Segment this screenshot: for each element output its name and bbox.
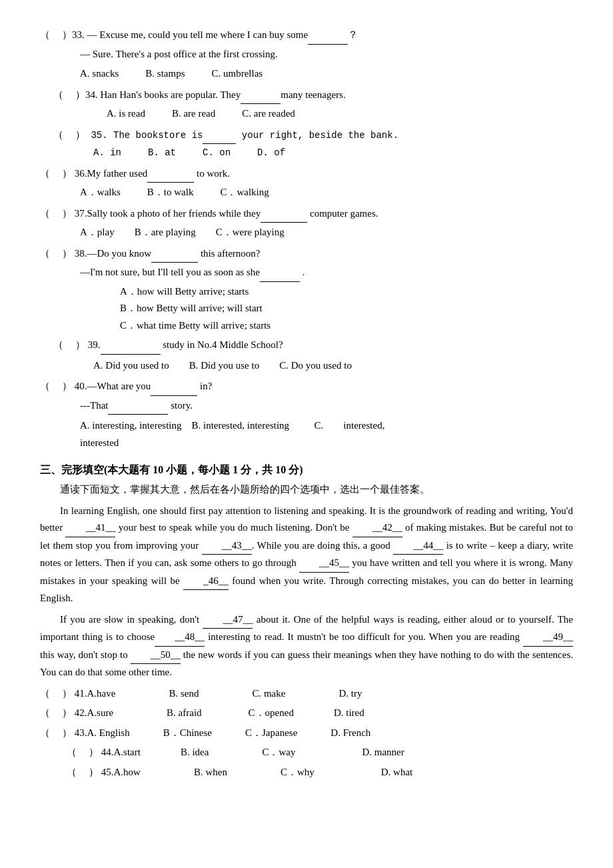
- q38-text2-after: .: [300, 264, 305, 281]
- q35-blank: [203, 127, 236, 145]
- q38-opt-b: B．how Betty will arrive; will start: [120, 300, 573, 317]
- question-43: （ ） 43.A. English B．Chinese C．Japanese D…: [40, 725, 573, 742]
- q39-opt-c: C. Do you used to: [279, 357, 352, 375]
- q41-opt-c: C. make: [252, 685, 285, 703]
- paren-open-44: （: [67, 744, 77, 761]
- q36-opt-a: A．walks: [80, 184, 121, 201]
- q39-options: A. Did you used to B. Did you use to C. …: [93, 357, 573, 375]
- question-44: （ ） 44.A.start B. idea C．way D. manner: [40, 744, 573, 761]
- paren-close-33: ）: [62, 27, 72, 44]
- section3-para1: In learning English, one should first pa…: [40, 503, 573, 607]
- q37-blank: [261, 205, 307, 223]
- q42-opt-b: B. afraid: [167, 705, 201, 722]
- question-37: （ ） 37.Sally took a photo of her friends…: [40, 205, 573, 241]
- paren-open-45: （: [67, 764, 77, 781]
- q38-text2: —I'm not sure, but I'll tell you as soon…: [80, 264, 260, 281]
- q43-opt-c: C．Japanese: [245, 725, 297, 742]
- q34-opt-a: A. is read: [107, 105, 145, 123]
- question-42: （ ） 42.A.sure B. afraid C．opened D. tire…: [40, 705, 573, 722]
- paren-close-44: ）: [89, 744, 99, 761]
- paren-close-45: ）: [89, 764, 99, 781]
- question-41: （ ） 41.A.have B. send C. make D. try: [40, 685, 573, 703]
- blank-49: __49__: [523, 629, 573, 647]
- q33-opt-a: A. snacks: [80, 65, 119, 83]
- paren-close-38: ）: [62, 245, 72, 263]
- paren-close-42: ）: [62, 705, 72, 722]
- paren-close-39: ）: [75, 337, 85, 354]
- blank-43: __43__: [202, 537, 252, 555]
- q33-opt-b: B. stamps: [145, 65, 185, 83]
- q37-opt-c: C．were playing: [216, 224, 285, 241]
- q35-options: A. in B. at C. on D. of: [93, 145, 573, 161]
- q38-opt-a: A．how will Betty arrive; starts: [120, 283, 573, 301]
- paren-open-37: （: [40, 205, 50, 223]
- q34-blank: [241, 87, 281, 105]
- q45-label: 45.A.how: [99, 764, 141, 781]
- q34-text: 34. Han Han's books are popular. They: [85, 87, 241, 104]
- q33-blank: [308, 27, 348, 45]
- paren-open-39: （: [53, 337, 63, 354]
- q40-blank1: [151, 378, 197, 396]
- paren-close-35: ）: [75, 127, 85, 144]
- blank-48: __48__: [155, 629, 205, 647]
- q34-opt-b: B. are read: [172, 105, 215, 123]
- answer-box-35: [63, 127, 75, 144]
- q35-opt-c: C. on: [203, 145, 231, 161]
- section3-desc: 通读下面短文，掌握其大意，然后在各小题所给的四个选项中，选出一个最佳答案。: [40, 481, 573, 499]
- answer-box-36: [50, 165, 62, 183]
- q42-opt-c: C．opened: [249, 705, 294, 722]
- q35-text-after: your right, beside the bank.: [236, 128, 398, 144]
- answer-box-44: [77, 744, 89, 761]
- paren-open-40: （: [40, 378, 50, 395]
- answer-box-41: [50, 685, 62, 703]
- q35-opt-b: B. at: [148, 145, 176, 161]
- answer-box-42: [50, 705, 62, 722]
- paren-open-41: （: [40, 685, 50, 703]
- q38-text1-after: this afternoon?: [198, 245, 260, 263]
- answer-box-38: [50, 245, 62, 263]
- q36-opt-c: C．walking: [220, 184, 269, 201]
- q45-opt-b: B. when: [194, 764, 227, 781]
- paren-close-40: ）: [62, 378, 72, 395]
- q38-options: A．how will Betty arrive; starts B．how Be…: [120, 283, 573, 335]
- q42-label: 42.A.sure: [72, 705, 113, 722]
- answer-box-45: [77, 764, 89, 781]
- paren-close-43: ）: [62, 725, 72, 742]
- answer-box-37: [50, 205, 62, 223]
- q34-options: A. is read B. are read C. are readed: [107, 105, 573, 123]
- q33-text: 33. — Excuse me, could you tell me where…: [72, 27, 308, 44]
- question-40: （ ） 40.—What are you in? ---That story. …: [40, 378, 573, 451]
- q38-opt-c: C．what time Betty will arrive; starts: [120, 317, 573, 335]
- paren-open-43: （: [40, 725, 50, 742]
- paren-open-36: （: [40, 165, 50, 183]
- paren-open-38: （: [40, 245, 50, 263]
- q40-text2-after: story.: [168, 397, 193, 415]
- paren-close-36: ）: [62, 165, 72, 183]
- q36-text-after: to work.: [194, 165, 230, 183]
- q35-opt-a: A. in: [93, 145, 121, 161]
- q36-options: A．walks B．to walk C．walking: [80, 184, 573, 201]
- question-45: （ ） 45.A.how B. when C．why D. what: [40, 764, 573, 781]
- question-34: （ ） 34. Han Han's books are popular. The…: [53, 87, 573, 123]
- q33-opt-c: C. umbrellas: [212, 65, 263, 83]
- question-35: （ ） 35. The bookstore is your right, bes…: [53, 127, 573, 161]
- q41-opt-b: B. send: [169, 685, 199, 703]
- q39-num: 39.: [85, 337, 101, 354]
- q37-options: A．play B．are playing C．were playing: [80, 224, 573, 241]
- paren-close-34: ）: [75, 87, 85, 104]
- q36-opt-b: B．to walk: [147, 184, 194, 201]
- q38-blank2: [260, 264, 300, 282]
- question-33: （ ） 33. — Excuse me, could you tell me w…: [40, 27, 573, 83]
- q40-opt-c: C. interested,: [314, 420, 385, 431]
- q40-options: A. interesting, interesting B. intereste…: [80, 417, 573, 435]
- q39-text-after: study in No.4 Middle School?: [161, 337, 283, 354]
- q44-label: 44.A.start: [99, 744, 141, 761]
- q36-text: 36.My father used: [72, 165, 147, 183]
- q37-opt-b: B．are playing: [135, 224, 196, 241]
- question-38: （ ） 38.—Do you know this afternoon? —I'm…: [40, 245, 573, 335]
- answer-box-43: [50, 725, 62, 742]
- q34-text-after: many teenagers.: [281, 87, 345, 104]
- q40-opt-c-cont: interested: [80, 435, 573, 452]
- question-36: （ ） 36.My father used to work. A．walks B…: [40, 165, 573, 201]
- q40-text2: ---That: [80, 397, 108, 415]
